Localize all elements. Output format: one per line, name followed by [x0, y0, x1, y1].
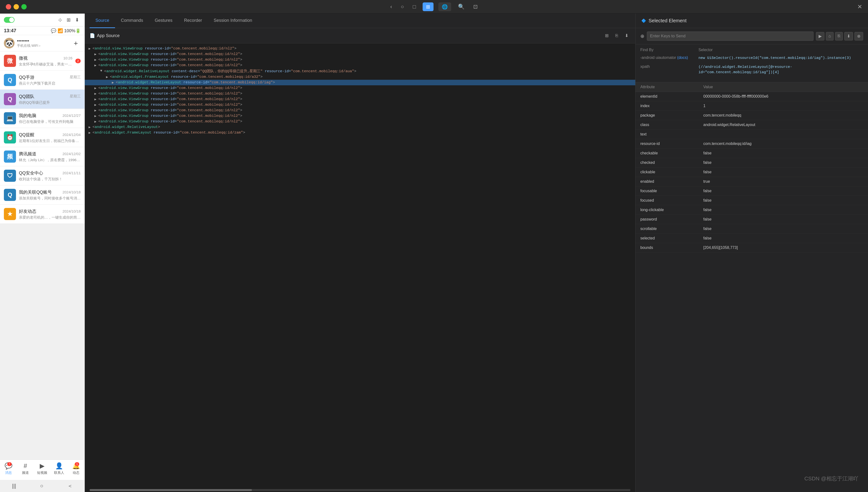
back-gesture[interactable]: ＜	[67, 482, 73, 490]
xml-node[interactable]: ▼<android.widget.RelativeLayout content-…	[85, 68, 635, 74]
delete-btn[interactable]: ⊗	[854, 32, 863, 41]
copy-text-btn[interactable]: ⎘	[835, 32, 843, 41]
attr-row: long-clickablefalse	[635, 205, 868, 215]
layout-icon-btn[interactable]: ⊞	[65, 16, 72, 24]
add-button[interactable]: ＋	[71, 38, 81, 49]
status-time: 13:47	[4, 28, 16, 33]
chat-item[interactable]: Q QQ手游 星期三 燕云十六声预下载开启	[0, 71, 84, 90]
send-button[interactable]: ▶	[816, 32, 824, 41]
send-keys-input[interactable]	[647, 31, 814, 41]
bottom-nav-item[interactable]: 👤 联系人	[51, 462, 68, 475]
xml-node[interactable]: ▶<android.widget.RelativeLayout resource…	[85, 80, 635, 85]
attr-name: index	[635, 101, 699, 110]
layout-icon[interactable]: □	[411, 3, 418, 11]
expand-icon-btn[interactable]: ⊞	[603, 32, 610, 39]
download-source-btn[interactable]: ⬇	[623, 32, 630, 39]
chat-item[interactable]: Q QQ团队 星期三 你的QQ等级已提升	[0, 90, 84, 109]
download-icon-btn[interactable]: ⬇	[74, 16, 81, 24]
xml-toggle[interactable]: ▼	[99, 69, 103, 73]
clear-button[interactable]: ⌂	[826, 32, 834, 41]
xml-toggle[interactable]: ▶	[94, 63, 97, 67]
xml-node[interactable]: ▶<android.view.ViewGroup resource-id="co…	[85, 85, 635, 91]
xml-node[interactable]: ▶<android.view.ViewGroup resource-id="co…	[85, 107, 635, 113]
inspector-tabs: SourceCommandsGesturesRecorderSession In…	[85, 14, 635, 28]
toggle-switch[interactable]	[4, 17, 15, 23]
home-gesture[interactable]: ○	[40, 483, 43, 489]
xml-toggle[interactable]: ▶	[94, 114, 97, 118]
xml-node[interactable]: ▶<android.view.ViewGroup resource-id="co…	[85, 96, 635, 102]
xml-toggle[interactable]: ▶	[105, 75, 109, 79]
xml-node[interactable]: ▶<android.view.ViewGroup resource-id="co…	[85, 102, 635, 107]
back-icon[interactable]: ‹	[389, 3, 394, 11]
find-by-row: Find BySelector	[640, 48, 863, 52]
xml-node[interactable]: ▶<android.view.ViewGroup resource-id="co…	[85, 46, 635, 51]
xml-toggle[interactable]: ▶	[94, 108, 97, 113]
xml-toggle[interactable]: ▶	[88, 131, 91, 135]
attr-value: false	[699, 148, 868, 158]
nav-label: 联系人	[54, 471, 64, 475]
selector-header: Selector	[699, 48, 752, 52]
attr-value: false	[699, 224, 868, 233]
xml-node[interactable]: ▶<android.view.ViewGroup resource-id="co…	[85, 119, 635, 124]
chat-item[interactable]: ⏰ QQ提醒 2024/12/04 近期有1位好友生日，祝福已为你备好！	[0, 128, 84, 147]
maximize-button[interactable]	[21, 4, 27, 9]
xml-toggle[interactable]: ▶	[94, 97, 97, 101]
titlebar-close-button[interactable]: ✕	[857, 3, 862, 10]
copy-icon-btn[interactable]: ⎘	[613, 32, 620, 39]
globe-button[interactable]: 🌐	[438, 2, 451, 11]
chat-item[interactable]: 💻 我的电脑 2024/12/27 你已在电脑登录，可传文件到电脑	[0, 109, 84, 128]
bottom-nav-item[interactable]: 7 💬 消息	[0, 462, 17, 475]
chat-preview: 添加关联账号，同时接收多个账号消息。	[19, 196, 81, 201]
xml-content: <android.view.ViewGroup resource-id="com…	[98, 114, 242, 118]
download-text-btn[interactable]: ⬇	[844, 32, 853, 41]
window-icon[interactable]: ⊡	[471, 3, 479, 11]
app-source-label: App Source	[97, 33, 120, 38]
bottom-nav-item[interactable]: ▶ 短视频	[34, 462, 51, 475]
xml-toggle[interactable]: ▶	[88, 125, 91, 129]
chat-item[interactable]: ★ 好友动态 2024/10/18 亲爱的老司机的…，一键生成你的简笔画形象	[0, 204, 84, 224]
cursor-icon-btn[interactable]: ⊹	[57, 16, 64, 24]
xml-node[interactable]: ▶<android.view.ViewGroup resource-id="co…	[85, 113, 635, 119]
xml-toggle[interactable]: ▶	[94, 52, 97, 56]
refresh-icon[interactable]: ○	[399, 3, 406, 11]
window-controls	[6, 4, 27, 9]
tab-source[interactable]: Source	[89, 14, 115, 28]
chat-item[interactable]: 微 微视 10:26 女友怀孕8月确诊艾滋，男友一家扔下百万家... 2	[0, 51, 84, 71]
docs-link[interactable]: (docs)	[677, 55, 688, 59]
xml-toggle[interactable]: ▶	[94, 103, 97, 107]
search-icon[interactable]: 🔍	[456, 3, 467, 11]
xml-toggle[interactable]: ▶	[94, 92, 97, 96]
xml-node[interactable]: ▶<android.view.ViewGroup resource-id="co…	[85, 57, 635, 63]
xml-content: <android.view.ViewGroup resource-id="com…	[98, 108, 242, 113]
tab-commands[interactable]: Commands	[115, 14, 149, 28]
tab-recorder[interactable]: Recorder	[178, 14, 208, 28]
attr-row: clickablefalse	[635, 167, 868, 177]
xml-node[interactable]: ▶<android.view.ViewGroup resource-id="co…	[85, 51, 635, 57]
close-button[interactable]	[6, 4, 11, 9]
horizontal-scrollbar[interactable]	[89, 489, 630, 491]
bottom-nav-item[interactable]: # 频道	[17, 462, 34, 475]
tab-gestures[interactable]: Gestures	[149, 14, 178, 28]
xml-node[interactable]: ▶<android.widget.RelativeLayout>	[85, 124, 635, 130]
menu-gesture[interactable]: |||	[12, 483, 16, 489]
minimize-button[interactable]	[14, 4, 19, 9]
xml-node[interactable]: ▶<android.view.ViewGroup resource-id="co…	[85, 63, 635, 68]
xml-node[interactable]: ▶<android.widget.FrameLayout resource-id…	[85, 74, 635, 80]
chat-name: QQ提醒	[19, 132, 34, 138]
bottom-nav-item[interactable]: 1 🔔 动态	[68, 462, 84, 475]
xml-toggle[interactable]: ▶	[94, 120, 97, 124]
xml-node[interactable]: ▶<android.widget.FrameLayout resource-id…	[85, 130, 635, 136]
grid-view-button[interactable]: ⊞	[423, 2, 433, 11]
chat-item[interactable]: 🛡 QQ安全中心 2024/11/11 收到这个快递，千万别拆！	[0, 166, 84, 186]
attr-name: selected	[635, 233, 699, 243]
xml-toggle[interactable]: ▶	[94, 86, 97, 90]
xml-node[interactable]: ▶<android.view.ViewGroup resource-id="co…	[85, 91, 635, 96]
xml-toggle[interactable]: ▶	[111, 80, 115, 84]
xml-toggle[interactable]: ▶	[94, 58, 97, 62]
xml-toggle[interactable]: ▶	[88, 47, 91, 51]
nav-icon: #	[24, 462, 27, 470]
chat-body: 我的关联QQ账号 2024/10/18 添加关联账号，同时接收多个账号消息。	[19, 189, 81, 201]
chat-item[interactable]: 频 腾讯频道 2024/12/02 林允（Jelly Lin），原名费霞，199…	[0, 147, 84, 166]
chat-item[interactable]: Q 我的关联QQ账号 2024/10/18 添加关联账号，同时接收多个账号消息。	[0, 186, 84, 204]
tab-session[interactable]: Session Information	[208, 14, 258, 28]
